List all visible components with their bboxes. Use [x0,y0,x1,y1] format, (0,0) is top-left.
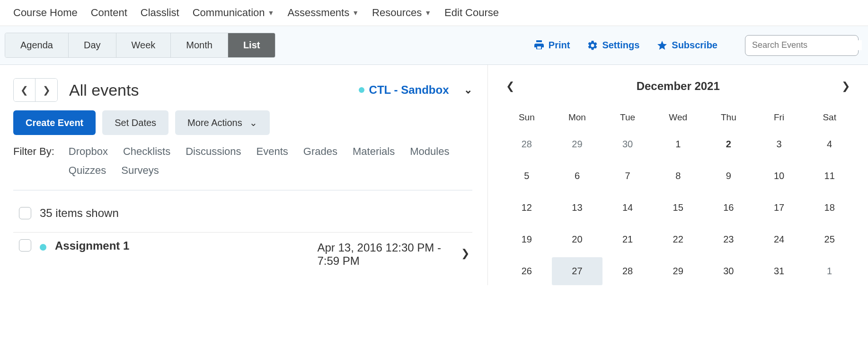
nav-label: Resources [372,7,422,19]
view-tabs: Agenda Day Week Month List [5,33,275,58]
subscribe-button[interactable]: Subscribe [648,36,726,55]
cal-date-cell[interactable]: 1 [653,130,703,158]
filter-materials[interactable]: Materials [353,145,395,158]
cal-date-cell[interactable]: 7 [602,162,653,190]
cal-day-header: Sat [804,108,855,126]
cal-prev-month-button[interactable]: ❮ [503,77,517,95]
cal-date-cell[interactable]: 28 [501,130,552,158]
cal-date-cell[interactable]: 20 [552,225,602,253]
cal-date-cell[interactable]: 15 [653,194,703,222]
cal-date-cell[interactable]: 10 [754,162,805,190]
nav-label: Course Home [13,7,78,19]
view-tab-month[interactable]: Month [171,33,228,57]
filter-row: Filter By: Dropbox Checklists Discussion… [13,145,472,177]
cal-date-cell[interactable]: 14 [602,194,653,222]
search-box[interactable] [745,35,859,56]
cal-date-cell[interactable]: 9 [703,162,754,190]
cal-next-month-button[interactable]: ❯ [839,77,853,95]
cal-date-cell[interactable]: 11 [804,162,855,190]
chevron-down-icon: ⌄ [249,117,257,128]
cal-date-cell[interactable]: 19 [501,225,552,253]
gear-icon [587,40,598,51]
cal-date-cell[interactable]: 30 [703,257,754,285]
cal-date-cell[interactable]: 27 [552,257,602,285]
nav-edit-course[interactable]: Edit Course [444,7,499,19]
actions-row: Create Event Set Dates More Actions ⌄ [13,110,472,135]
cal-date-cell[interactable]: 26 [501,257,552,285]
nav-resources[interactable]: Resources▼ [372,7,431,19]
cal-date-cell[interactable]: 17 [754,194,805,222]
calendar-title: December 2021 [637,80,720,93]
item-expand-button[interactable]: ❯ [458,247,472,260]
cal-date-cell[interactable]: 30 [602,130,653,158]
create-event-button[interactable]: Create Event [13,110,96,135]
item-date: Apr 13, 2016 12:30 PM - 7:59 PM [317,241,450,268]
print-icon [533,40,545,51]
view-tab-week[interactable]: Week [116,33,171,57]
item-checkbox[interactable] [19,239,31,252]
nav-label: Classlist [141,7,179,19]
nav-content[interactable]: Content [91,7,127,19]
nav-communication[interactable]: Communication▼ [193,7,275,19]
cal-date-cell[interactable]: 18 [804,194,855,222]
more-actions-label: More Actions [187,117,242,128]
nav-label: Edit Course [444,7,499,19]
cal-date-cell[interactable]: 16 [703,194,754,222]
cal-date-cell[interactable]: 25 [804,225,855,253]
more-actions-button[interactable]: More Actions ⌄ [175,110,270,135]
filter-quizzes[interactable]: Quizzes [69,164,106,177]
cal-date-cell[interactable]: 3 [754,130,805,158]
filter-modules[interactable]: Modules [410,145,449,158]
cal-date-cell[interactable]: 23 [703,225,754,253]
nav-course-home[interactable]: Course Home [13,7,78,19]
nav-assessments[interactable]: Assessments▼ [287,7,359,19]
nav-label: Content [91,7,127,19]
cal-date-cell[interactable]: 4 [804,130,855,158]
course-color-dot [40,244,46,251]
cal-date-cell[interactable]: 2 [703,130,754,158]
filter-grades[interactable]: Grades [303,145,337,158]
nav-classlist[interactable]: Classlist [141,7,179,19]
cal-date-cell[interactable]: 13 [552,194,602,222]
view-tab-day[interactable]: Day [69,33,116,57]
item-title[interactable]: Assignment 1 [55,239,309,252]
cal-date-cell[interactable]: 12 [501,194,552,222]
print-button[interactable]: Print [525,36,579,55]
calendar-grid: SunMonTueWedThuFriSat2829301234567891011… [501,108,855,285]
settings-button[interactable]: Settings [578,36,648,55]
select-all-checkbox[interactable] [19,207,31,219]
cal-day-header: Wed [653,108,703,126]
cal-date-cell[interactable]: 1 [804,257,855,285]
view-tab-agenda[interactable]: Agenda [5,33,69,57]
cal-date-cell[interactable]: 6 [552,162,602,190]
cal-date-cell[interactable]: 31 [754,257,805,285]
items-count: 35 items shown [40,207,119,220]
filter-dropbox[interactable]: Dropbox [69,145,108,158]
cal-date-cell[interactable]: 29 [653,257,703,285]
cal-date-cell[interactable]: 29 [552,130,602,158]
print-label: Print [549,40,570,51]
next-period-button[interactable]: ❯ [35,79,57,101]
cal-date-cell[interactable]: 24 [754,225,805,253]
calendar-header: ❮ December 2021 ❯ [501,77,855,95]
filter-discussions[interactable]: Discussions [186,145,241,158]
search-input[interactable] [752,40,862,50]
course-selector[interactable]: CTL - Sandbox ⌄ [359,83,473,97]
chevron-down-icon: ▼ [425,9,431,17]
filter-surveys[interactable]: Surveys [121,164,159,177]
filter-items: Dropbox Checklists Discussions Events Gr… [69,145,473,177]
cal-date-cell[interactable]: 8 [653,162,703,190]
cal-date-cell[interactable]: 21 [602,225,653,253]
cal-date-cell[interactable]: 28 [602,257,653,285]
nav-label: Communication [193,7,265,19]
set-dates-button[interactable]: Set Dates [102,110,168,135]
cal-date-cell[interactable]: 22 [653,225,703,253]
chevron-down-icon: ▼ [268,9,275,17]
settings-label: Settings [602,40,639,51]
cal-date-cell[interactable]: 5 [501,162,552,190]
filter-events[interactable]: Events [257,145,288,158]
view-tab-list[interactable]: List [228,33,275,57]
filter-checklists[interactable]: Checklists [123,145,170,158]
filter-by-label: Filter By: [13,145,54,158]
prev-period-button[interactable]: ❮ [14,79,35,101]
